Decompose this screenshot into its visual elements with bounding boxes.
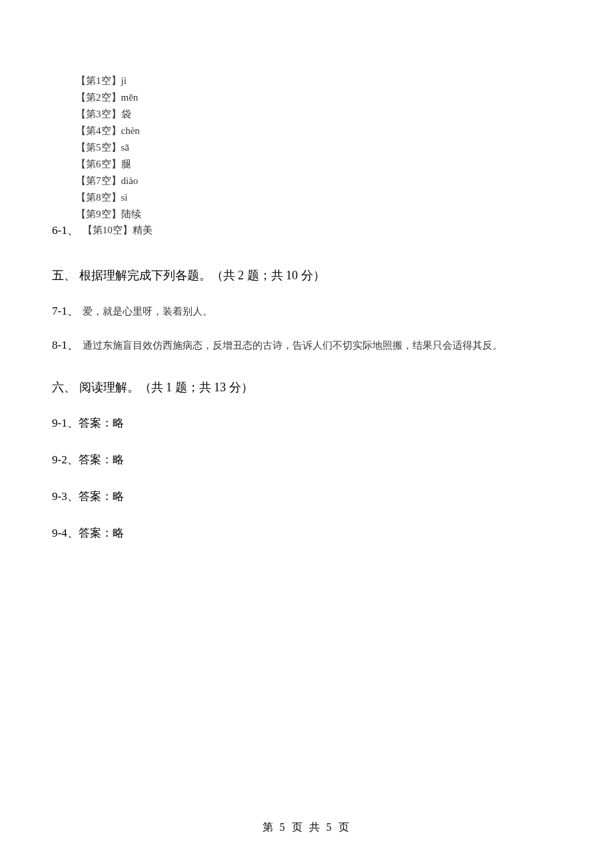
question-number: 6-1、 bbox=[52, 223, 79, 238]
question-number: 9-1、 bbox=[52, 417, 79, 429]
section-6-heading: 六、 阅读理解。（共 1 题；共 13 分） bbox=[52, 379, 561, 395]
section-5-heading: 五、 根据理解完成下列各题。（共 2 题；共 10 分） bbox=[52, 267, 561, 283]
answer-blank-2: 【第2空】mēn bbox=[76, 90, 561, 105]
question-9-3: 9-3、答案：略 bbox=[52, 489, 561, 504]
question-8-1: 8-1、 通过东施盲目效仿西施病态，反增丑态的古诗，告诉人们不切实际地照搬，结果… bbox=[52, 337, 561, 353]
answer-blank-6: 【第6空】腿 bbox=[76, 157, 561, 172]
answer-text: 通过东施盲目效仿西施病态，反增丑态的古诗，告诉人们不切实际地照搬，结果只会适得其… bbox=[83, 339, 502, 352]
page-footer: 第 5 页 共 5 页 bbox=[0, 821, 613, 835]
answer-blank-1: 【第1空】jì bbox=[76, 73, 561, 89]
answer-blank-5: 【第5空】sā bbox=[76, 140, 561, 155]
answer-blank-7: 【第7空】diào bbox=[76, 173, 561, 189]
answer-text: 答案：略 bbox=[79, 417, 124, 429]
answer-text: 答案：略 bbox=[79, 527, 124, 539]
question-number: 7-1、 bbox=[52, 303, 79, 319]
question-number: 9-4、 bbox=[52, 527, 79, 539]
answer-blank-4: 【第4空】chèn bbox=[76, 123, 561, 139]
answer-blank-9: 【第9空】陆续 bbox=[76, 207, 561, 222]
answer-text: 答案：略 bbox=[79, 490, 124, 503]
question-9-4: 9-4、答案：略 bbox=[52, 525, 561, 541]
question-9-2: 9-2、答案：略 bbox=[52, 452, 561, 467]
reading-answers: 9-1、答案：略 9-2、答案：略 9-3、答案：略 9-4、答案：略 bbox=[52, 415, 561, 541]
question-number: 9-3、 bbox=[52, 490, 79, 503]
answer-text: 答案：略 bbox=[79, 453, 124, 466]
question-6-last-row: 6-1、 【第10空】精美 bbox=[52, 223, 561, 238]
question-7-1: 7-1、 爱，就是心里呀，装着别人。 bbox=[52, 303, 561, 319]
question-6-answers: 【第1空】jì 【第2空】mēn 【第3空】袋 【第4空】chèn 【第5空】s… bbox=[52, 73, 561, 238]
answer-list: 【第1空】jì 【第2空】mēn 【第3空】袋 【第4空】chèn 【第5空】s… bbox=[76, 73, 561, 221]
answer-text: 爱，就是心里呀，装着别人。 bbox=[83, 305, 213, 318]
question-9-1: 9-1、答案：略 bbox=[52, 415, 561, 431]
answer-blank-8: 【第8空】sì bbox=[76, 190, 561, 205]
answer-blank-10: 【第10空】精美 bbox=[83, 224, 153, 237]
answer-blank-3: 【第3空】袋 bbox=[76, 107, 561, 122]
question-number: 8-1、 bbox=[52, 337, 79, 353]
question-number: 9-2、 bbox=[52, 453, 79, 466]
